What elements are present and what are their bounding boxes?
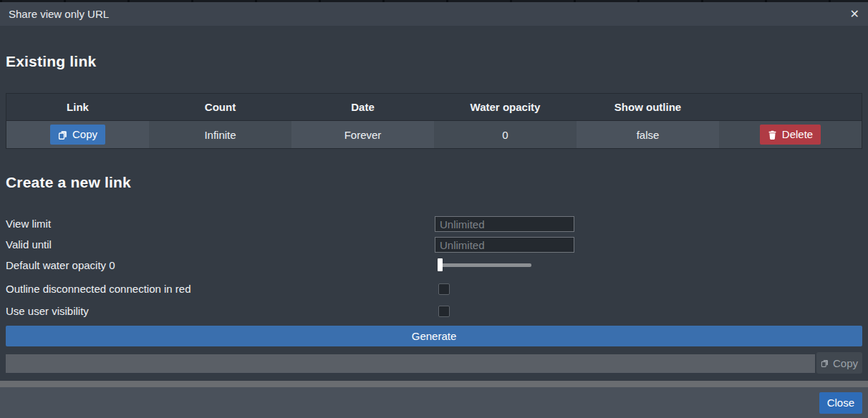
copy-url-label: Copy <box>833 357 858 369</box>
trash-icon <box>768 130 777 140</box>
column-header-show-outline: Show outline <box>577 94 719 120</box>
slider-thumb[interactable] <box>438 258 443 271</box>
user-visibility-checkbox[interactable] <box>438 306 450 317</box>
delete-link-button[interactable]: Delete <box>760 125 821 145</box>
valid-until-label: Valid until <box>6 238 52 251</box>
copy-link-label: Copy <box>72 128 97 141</box>
cell-show-outline: false <box>577 121 719 148</box>
cell-link: Copy <box>6 121 149 148</box>
existing-links-table: Link Count Date Water opacity Show outli… <box>6 93 862 149</box>
dialog-title: Share view only URL <box>9 8 109 20</box>
copy-icon <box>58 130 67 140</box>
copy-icon <box>821 359 829 368</box>
delete-link-label: Delete <box>782 128 813 141</box>
table-header-row: Link Count Date Water opacity Show outli… <box>6 94 862 121</box>
outline-red-label: Outline disconnected connection in red <box>6 283 191 295</box>
column-header-water-opacity: Water opacity <box>434 94 577 120</box>
generate-button[interactable]: Generate <box>6 326 862 346</box>
existing-link-heading: Existing link <box>6 53 96 70</box>
cell-count: Infinite <box>149 121 291 148</box>
table-row: Copy Infinite Forever 0 false Delete <box>6 121 862 148</box>
water-opacity-slider[interactable] <box>438 258 534 272</box>
view-limit-input[interactable] <box>435 216 574 232</box>
column-header-date: Date <box>291 94 434 120</box>
column-header-actions <box>719 94 862 120</box>
close-icon[interactable]: ✕ <box>850 9 859 20</box>
outline-red-checkbox[interactable] <box>438 283 450 295</box>
share-view-dialog: Share view only URL ✕ Existing link Link… <box>0 0 868 418</box>
column-header-link: Link <box>6 94 149 120</box>
copy-url-button[interactable]: Copy <box>816 352 862 374</box>
horizontal-scrollbar[interactable] <box>0 381 868 387</box>
generated-url-field[interactable] <box>6 354 815 373</box>
cell-actions: Delete <box>719 121 862 148</box>
dialog-footer: Close <box>0 387 868 418</box>
cell-water-opacity: 0 <box>434 121 577 148</box>
create-link-heading: Create a new link <box>6 174 131 191</box>
view-limit-label: View limit <box>6 218 51 230</box>
slider-track <box>440 263 531 267</box>
water-opacity-label: Default water opacity 0 <box>6 259 115 271</box>
user-visibility-label: Use user visibility <box>6 305 89 317</box>
dialog-titlebar: Share view only URL ✕ <box>0 2 868 26</box>
column-header-count: Count <box>149 94 291 120</box>
close-button[interactable]: Close <box>819 392 862 414</box>
copy-link-button[interactable]: Copy <box>50 125 105 145</box>
valid-until-input[interactable] <box>435 237 574 253</box>
cell-date: Forever <box>291 121 434 148</box>
